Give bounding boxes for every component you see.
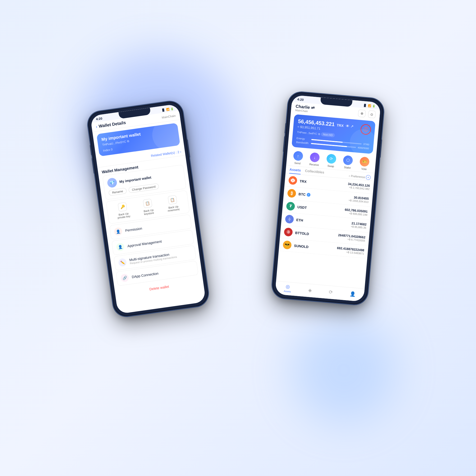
nav-discover-icon: ◈ [308,287,312,293]
signal-icon: ▐▌ [161,108,166,112]
eth-name: ETH [296,218,303,222]
tab-assets[interactable]: Assets [289,167,301,175]
dapp-label: DApp Connection [131,271,159,279]
right-side-btn-power [379,139,382,158]
eye-icon[interactable]: 👁 [345,124,349,128]
approval-label: Approval Management [127,239,162,248]
multisig-icon: ✏️ [118,258,127,267]
nav-discover[interactable]: ◈ [308,287,312,293]
nav-assets-label: Assets [284,290,291,293]
stake-button[interactable]: ⬡ Stake [342,155,353,170]
trx-icon: T [288,176,298,185]
swap-label: Swap [327,164,334,168]
backup-key-label: Back Upprivate key [117,212,131,219]
usdt-name: USDT [297,205,307,210]
backup-keystore-icon: 📋 [143,199,152,208]
receive-button[interactable]: ↓ Receive [309,152,320,167]
page-title: Wallet Details [98,120,126,129]
addr-copy-icon[interactable]: ⧉ [318,132,320,136]
right-screen: 4:20 ▐▌ 📶 🔋 Charlie ⇌ MainChain ⊕ ⊙ [275,95,381,302]
right-side-btn-mute [285,123,287,134]
left-status-icons: ▐▌ 📶 🔋 [161,107,174,111]
bandwidth-value: 4000/5000 [358,146,369,150]
add-asset-button[interactable]: + [366,175,371,180]
battery-icon: 🔋 [170,107,173,110]
bttold-values: 2648771.04328662 ≈$ 6.77419355 [338,233,365,242]
btc-values: 30.810455 ≈$ 1555,934.813 [349,195,369,203]
bttold-icon: Ⓑ [284,227,293,237]
right-battery-icon: 🔋 [372,104,376,108]
qr-icon[interactable]: ⊙ [368,110,376,118]
side-btn-mute [90,145,93,155]
left-status-time: 4:20 [96,117,103,121]
nav-profile[interactable]: 👤 [350,291,356,297]
right-status-time: 4:20 [297,98,304,102]
swap-icon: ⟳ [326,154,337,164]
backup-key-icon: 🔑 [118,202,127,212]
phone-right: 4:20 ▐▌ 📶 🔋 Charlie ⇌ MainChain ⊕ ⊙ [272,91,385,305]
usdt-icon: ₮ [286,202,295,211]
asset-list: T TRX 34,234,453.126 ≈$ 2,760,842.982 ₿ … [279,173,374,259]
wallet-management-name: My important wallet [119,175,152,184]
bandwidth-label: Bandwidth [296,141,310,145]
eth-values: 21.174682 ≈$ 85,885.35 [351,221,367,229]
energy-bandwidth: Ⓣ Energy 37/60 Bandwidth 4000/5000 [296,137,369,150]
header-chain: MainChain [162,114,176,119]
header-action-icons: ⊕ ⊙ [358,109,376,118]
phone-left: 4:20 MainChain ▐▌ 📶 🔋 ‹ Wallet Details M… [86,100,209,318]
tab-preference[interactable]: ↕ Preference + [349,173,371,180]
backup-mnemonic[interactable]: 📋 Back Upmnemonic [166,195,180,212]
send-icon: ↑ [293,151,303,161]
approval-icon: 👤 [116,242,125,251]
right-status-icons: ▐▌ 📶 🔋 [363,104,376,108]
stake-icon: ⬡ [343,155,353,166]
permission-label: Permission [125,226,143,232]
scan-icon[interactable]: ⊕ [358,109,366,117]
vote-button[interactable]: 🎫 Vote [359,157,370,171]
vote-icon: 🎫 [359,157,370,167]
backup-keystore-label: Back Upkeystore [144,208,154,216]
usdt-values: 602,786.035091 ≈$ 606,000.199 [344,208,368,216]
receive-icon: ↓ [310,152,320,163]
sunold-icon: 😎 [283,240,292,250]
right-signal-icon: ▐▌ [363,104,367,107]
nav-profile-icon: 👤 [350,291,356,297]
back-button[interactable]: ‹ [96,125,98,129]
right-wifi-icon: 📶 [368,104,371,107]
rename-button[interactable]: Rename [108,188,127,196]
side-btn-power [186,139,190,158]
send-label: Send [294,161,301,165]
trx-values: 34,234,453.126 ≈$ 2,760,842.982 [347,182,370,190]
btc-verify-badge: ✓ [306,193,310,197]
sunold-values: 692.418878222498 ≈$ 13.5483871 [337,246,364,255]
send-button[interactable]: ↑ Send [292,151,303,165]
nav-assets[interactable]: ◎ Assets [284,283,292,293]
energy-value: 37/60 [363,143,369,146]
btc-name: BTC ✓ [298,192,310,197]
nav-assets-icon: ◎ [285,283,290,290]
backup-private-key[interactable]: 🔑 Back Upprivate key [116,202,130,219]
expand-icon[interactable]: ↗ [350,124,354,129]
nav-history-icon: ⟳ [328,289,333,295]
change-password-button[interactable]: Change Password [128,183,159,193]
bottom-nav: ◎ Assets ◈ ⟳ 👤 [275,281,365,302]
bttold-name: BTTOLD [295,231,309,236]
vote-label: Vote [361,167,367,171]
btc-icon: ₿ [287,189,296,198]
balance-address: THPwer...5wtfYC [297,131,317,135]
backup-mnemonic-icon: 📋 [168,195,177,205]
energy-label: Energy [296,137,310,141]
sunold-name: SUNOLD [294,244,309,249]
receive-label: Receive [309,163,319,166]
eth-icon: ⟠ [285,214,294,224]
backup-keystore[interactable]: 📋 Back Upkeystore [142,199,154,216]
user-info: Charlie ⇌ MainChain [295,104,315,113]
nav-history[interactable]: ⟳ [328,289,333,295]
side-btn-volume [91,158,95,174]
swap-button[interactable]: ⟳ Swap [326,154,336,168]
non-hd-badge: Non-HD [321,132,335,137]
copy-icon[interactable]: ⧉ [127,139,130,143]
dapp-icon: 🔗 [120,273,129,282]
stake-label: Stake [344,166,351,169]
balance-card: 56,456,453.221 TRX 👁 ↗ ≈ $3,951,951.71 T… [291,114,376,154]
